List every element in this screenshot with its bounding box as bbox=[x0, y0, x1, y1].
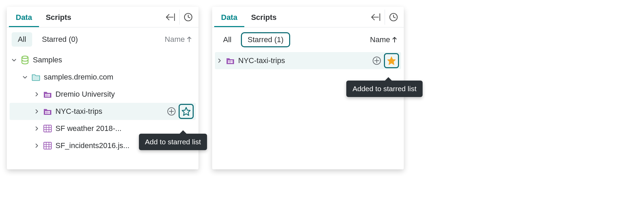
chevron-right-icon bbox=[34, 92, 40, 97]
add-button[interactable] bbox=[371, 55, 383, 66]
filter-starred-active[interactable]: Starred (1) bbox=[241, 32, 290, 47]
tab-data[interactable]: Data bbox=[9, 8, 39, 27]
svg-rect-22 bbox=[44, 142, 51, 149]
dataset-icon bbox=[43, 124, 52, 133]
tree-node-samples[interactable]: Samples bbox=[10, 51, 196, 69]
arrow-up-icon bbox=[392, 37, 397, 43]
star-button-filled[interactable] bbox=[384, 53, 399, 68]
history-icon[interactable] bbox=[385, 10, 402, 25]
collapse-panel-icon[interactable] bbox=[162, 10, 179, 25]
tooltip-add-star: Add to starred list .panel:first-of-type… bbox=[139, 134, 207, 150]
chevron-right-icon bbox=[34, 109, 40, 114]
tree-label: Samples bbox=[33, 56, 194, 64]
chevron-right-icon bbox=[34, 126, 40, 131]
svg-marker-38 bbox=[387, 57, 395, 64]
chevron-right-icon bbox=[216, 58, 222, 63]
database-icon bbox=[21, 56, 29, 64]
tab-bar: Data Scripts bbox=[7, 7, 198, 27]
svg-marker-16 bbox=[182, 107, 190, 115]
folder-icon bbox=[31, 73, 40, 82]
chevron-down-icon bbox=[22, 74, 28, 80]
tree-label: SF weather 2018-... bbox=[55, 124, 194, 133]
tree-label: Dremio University bbox=[55, 90, 194, 99]
tree-label: NYC-taxi-trips bbox=[55, 107, 162, 116]
dataset-icon bbox=[43, 141, 52, 150]
sort-label: Name bbox=[165, 35, 185, 44]
tree-label: samples.dremio.com bbox=[44, 73, 194, 82]
starred-item[interactable]: NYC-taxi-trips bbox=[215, 52, 401, 69]
star-button[interactable] bbox=[179, 104, 194, 119]
panel-before: Data Scripts All Starred (0) Name bbox=[7, 7, 198, 169]
arrow-up-icon bbox=[187, 36, 192, 43]
tab-scripts[interactable]: Scripts bbox=[244, 8, 284, 27]
chevron-right-icon bbox=[34, 143, 40, 148]
dataset-folder-icon bbox=[43, 107, 52, 116]
panel-after: Data Scripts All Starred (1) Name bbox=[212, 7, 404, 169]
tooltip-added-star: Added to starred list bbox=[346, 81, 423, 97]
tree-node-item-selected[interactable]: NYC-taxi-trips bbox=[10, 103, 196, 120]
filter-all[interactable]: All bbox=[12, 32, 32, 47]
tree-node-domain[interactable]: samples.dremio.com bbox=[10, 69, 196, 86]
filter-all[interactable]: All bbox=[217, 33, 237, 47]
tree-node-item[interactable]: Dremio University bbox=[10, 86, 196, 103]
dataset-folder-icon bbox=[226, 56, 235, 65]
dataset-folder-icon bbox=[43, 90, 52, 99]
starred-list: NYC-taxi-trips bbox=[212, 52, 404, 73]
collapse-panel-icon[interactable] bbox=[368, 10, 385, 25]
filter-row: All Starred (1) Name bbox=[212, 27, 404, 52]
history-icon[interactable] bbox=[179, 10, 196, 25]
tree-label: NYC-taxi-trips bbox=[238, 56, 368, 65]
sort-control[interactable]: Name bbox=[165, 35, 194, 44]
sort-label: Name bbox=[370, 35, 390, 44]
svg-rect-17 bbox=[44, 125, 51, 132]
chevron-down-icon bbox=[11, 57, 17, 63]
tab-scripts[interactable]: Scripts bbox=[39, 8, 78, 27]
filter-starred[interactable]: Starred (0) bbox=[36, 32, 84, 47]
tab-data[interactable]: Data bbox=[214, 8, 244, 27]
filter-row: All Starred (0) Name bbox=[7, 27, 198, 51]
svg-point-4 bbox=[22, 56, 28, 59]
add-button[interactable] bbox=[166, 106, 177, 117]
tab-bar: Data Scripts bbox=[212, 7, 404, 27]
sort-control[interactable]: Name bbox=[370, 35, 399, 44]
